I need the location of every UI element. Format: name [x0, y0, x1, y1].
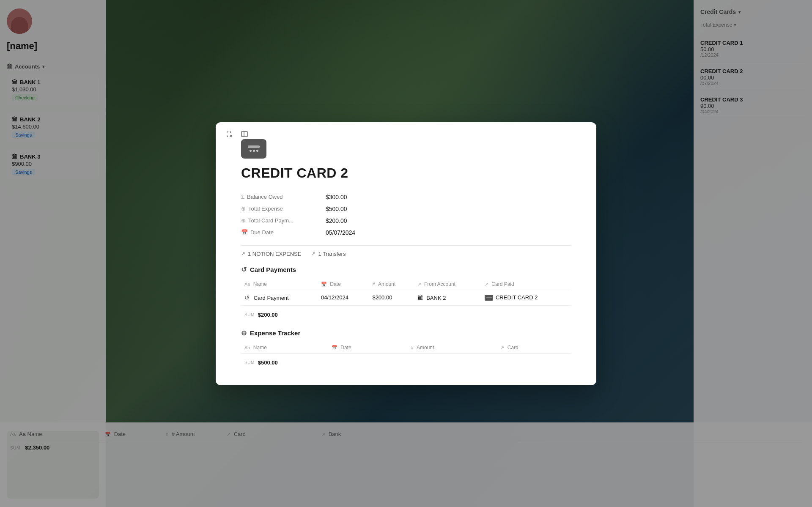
svg-rect-0: [241, 132, 247, 137]
sigma-icon: Σ: [241, 194, 244, 200]
modal: CREDIT CARD 2 Σ Balance Owed $300.00 ⊕ T…: [216, 122, 596, 385]
meta-due-date: 📅 Due Date 05/07/2024: [241, 227, 571, 238]
row-card-paid: CREDIT CARD 2: [481, 290, 571, 305]
expense-tracker-table-header: Aa Name 📅 Date # Amount ↗ Card: [241, 342, 571, 354]
meta-total-card-payment: ⊕ Total Card Paym... $200.00: [241, 215, 571, 227]
col-amount-header: # Amount: [369, 279, 414, 290]
et-col-card: ↗ Card: [497, 342, 571, 354]
row-name: ↺ Card Payment: [241, 290, 318, 305]
svg-rect-3: [486, 297, 492, 298]
modal-side-button[interactable]: [239, 129, 250, 139]
modal-overlay: CREDIT CARD 2 Σ Balance Owed $300.00 ⊕ T…: [0, 0, 812, 507]
col-name-header: Aa Name: [241, 279, 318, 290]
arrow-icon-1: ↗: [241, 251, 245, 257]
balance-owed-value: $300.00: [326, 194, 347, 200]
search-icon-2: ⊕: [241, 217, 246, 224]
due-date-value: 05/07/2024: [326, 229, 355, 236]
expense-tracker-header: ⊖ Expense Tracker: [241, 329, 571, 337]
total-card-payment-value: $200.00: [326, 217, 347, 224]
credit-card-icon: [241, 139, 266, 159]
card-payments-header: ↺ Card Payments: [241, 266, 571, 274]
refresh-icon: ↺: [241, 266, 247, 274]
card-payments-sum-row: SUM $200.00: [241, 309, 571, 321]
meta-balance-owed: Σ Balance Owed $300.00: [241, 191, 571, 203]
links-row: ↗ 1 NOTION EXPENSE ↗ 1 Transfers: [241, 251, 571, 257]
bank-icon-small: 🏛: [417, 294, 423, 301]
calendar-icon: 📅: [241, 229, 248, 236]
meta-total-expense: ⊕ Total Expense $500.00: [241, 203, 571, 215]
col-from-account-header: ↗ From Account: [414, 279, 481, 290]
expense-tracker-sum-row: SUM $500.00: [241, 357, 571, 368]
credit-card-icon-small: [485, 295, 493, 301]
expense-tracker-table: Aa Name 📅 Date # Amount ↗ Card: [241, 342, 571, 354]
modal-title: CREDIT CARD 2: [241, 165, 571, 181]
transfers-link[interactable]: ↗ 1 Transfers: [311, 251, 346, 257]
row-amount: $200.00: [369, 290, 414, 305]
row-from-account: 🏛 BANK 2: [414, 290, 481, 305]
notion-expense-link[interactable]: ↗ 1 NOTION EXPENSE: [241, 251, 301, 257]
card-payments-table: Aa Name 📅 Date # Amount ↗ From Account: [241, 279, 571, 306]
table-row[interactable]: ↺ Card Payment 04/12/2024 $200.00 🏛 BANK…: [241, 290, 571, 305]
search-icon: ⊕: [241, 206, 246, 212]
modal-controls: [224, 129, 250, 139]
et-col-name: Aa Name: [241, 342, 328, 354]
credit-card-ref: CREDIT CARD 2: [485, 294, 568, 301]
meta-table: Σ Balance Owed $300.00 ⊕ Total Expense $…: [241, 191, 571, 238]
card-chip: [248, 145, 260, 148]
modal-expand-button[interactable]: [224, 129, 234, 139]
card-dots: [250, 150, 258, 152]
et-col-amount: # Amount: [407, 342, 497, 354]
divider-1: [241, 245, 571, 246]
et-col-date: 📅 Date: [328, 342, 408, 354]
row-date: 04/12/2024: [318, 290, 369, 305]
col-date-header: 📅 Date: [318, 279, 369, 290]
expense-icon: ⊖: [241, 329, 247, 337]
col-card-paid-header: ↗ Card Paid: [481, 279, 571, 290]
arrow-icon-2: ↗: [311, 251, 315, 257]
card-icon-inner: [248, 145, 260, 152]
total-expense-value: $500.00: [326, 206, 347, 212]
card-payments-table-header: Aa Name 📅 Date # Amount ↗ From Account: [241, 279, 571, 290]
